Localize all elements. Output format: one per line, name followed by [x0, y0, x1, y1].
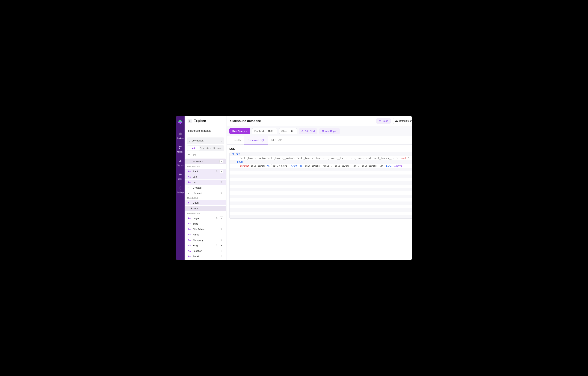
offset-label: Offset: [279, 130, 289, 133]
field-label: Updated: [193, 192, 218, 195]
team-selector[interactable]: 👥︎ Default team ⌄: [393, 118, 412, 124]
measures-label: MEASURES: [185, 196, 227, 200]
sort-icon[interactable]: ⇅: [220, 233, 223, 236]
svg-rect-7: [179, 174, 182, 176]
sidebar-title: Explore: [194, 119, 206, 123]
sort-icon[interactable]: ⇅: [220, 180, 223, 184]
add-button[interactable]: +: [220, 217, 223, 220]
field-tree: ⌃ CellTowers 3 DIMENSIONS Aa Radio ⇅ + A…: [185, 158, 227, 260]
offset-input[interactable]: [289, 130, 297, 133]
tab-generated-sql[interactable]: Generated SQL: [244, 136, 268, 144]
dimension-location[interactable]: Aa Location ⇅: [185, 248, 226, 254]
sort-icon[interactable]: ⇅: [220, 222, 223, 225]
add-button[interactable]: +: [220, 170, 223, 173]
field-label: Company: [193, 239, 218, 242]
sql-text: (*): [406, 157, 410, 159]
dimension-blog[interactable]: Aa Blog ⇅ +: [185, 243, 226, 248]
rail-item-explore[interactable]: Explore: [176, 129, 185, 142]
team-icon: 👥︎: [395, 120, 398, 122]
sql-keyword: GROUP BY: [291, 165, 302, 167]
tree-group-celltowers[interactable]: ⌃ CellTowers 3: [185, 159, 226, 164]
dimensions-label: DIMENSIONS: [185, 211, 227, 215]
dimension-email[interactable]: Aa Email ⇅: [185, 254, 226, 259]
warning-icon: [178, 159, 182, 163]
app-logo: [178, 120, 183, 125]
topbar: clickhouse database ▤ Docs 👥︎ Default te…: [227, 116, 412, 126]
sort-icon[interactable]: ⇅: [220, 238, 223, 242]
dimension-company[interactable]: Aa Company ⇅: [185, 237, 226, 243]
sort-icon[interactable]: ⇅: [220, 227, 223, 231]
dimension-lon[interactable]: Aa Lon ⇅: [185, 174, 226, 179]
field-label: Lat: [193, 181, 218, 184]
add-button[interactable]: +: [220, 244, 223, 247]
docs-label: Docs: [382, 120, 388, 122]
gear-icon: [178, 186, 182, 190]
field-label: Login: [193, 217, 213, 220]
search-row: 🔍︎: [187, 153, 224, 157]
search-input[interactable]: [192, 154, 223, 156]
add-report-button[interactable]: ▥ Add Report: [319, 128, 340, 134]
rail-item-settings[interactable]: Settings: [176, 183, 185, 196]
dimension-updated[interactable]: ▸ Updated ⇅: [185, 190, 226, 196]
sort-icon[interactable]: ⇅: [220, 249, 223, 253]
sidebar-header: ◉ Explore: [185, 116, 227, 126]
text-type-icon: Aa: [188, 222, 191, 225]
sidebar: ◉ Explore clickhouse database ⌄ ⑂ dev-de…: [185, 116, 227, 260]
caret-right-icon: ▸: [188, 192, 191, 194]
dimension-lat[interactable]: Aa Lat ⇅: [185, 179, 226, 185]
rail-item-models[interactable]: Models: [176, 143, 185, 155]
sql-heading: SQL: [229, 147, 412, 150]
sql-function: count: [400, 157, 406, 159]
field-label: Location: [193, 250, 218, 252]
models-icon: [178, 145, 182, 150]
sql-keyword: SELECT: [232, 153, 240, 155]
content-area: SQL SELECT `cell_towers`.radio `cell_tow…: [227, 145, 412, 260]
sort-icon[interactable]: ⇅: [220, 254, 223, 258]
alert-label: Add Alert: [305, 130, 315, 133]
branch-icon: ⑂: [189, 139, 190, 142]
filter-tab-measures[interactable]: Measures: [211, 146, 224, 151]
run-query-button[interactable]: Run Query ›: [229, 128, 250, 134]
sort-icon[interactable]: ⇅: [220, 175, 223, 178]
dimension-created[interactable]: ▸ Created ⇅: [185, 185, 226, 190]
docs-button[interactable]: ▤ Docs: [376, 118, 391, 124]
dimension-type[interactable]: Aa Type ⇅: [185, 221, 226, 226]
sql-code-box[interactable]: SELECT `cell_towers`.radio `cell_towers_…: [229, 152, 412, 219]
rail-label: Settings: [177, 191, 184, 193]
text-type-icon: Aa: [188, 170, 191, 172]
row-limit-input[interactable]: [266, 130, 277, 133]
sql-keyword: AS: [267, 165, 270, 167]
measure-count[interactable]: # Count ⇅: [185, 200, 226, 205]
copy-icon[interactable]: ⧉: [400, 165, 402, 167]
dimension-radio[interactable]: Aa Radio ⇅ +: [185, 169, 226, 174]
add-alert-button[interactable]: ⚠ Add Alert: [299, 128, 317, 134]
dimension-name[interactable]: Aa Name ⇅: [185, 232, 226, 237]
run-label: Run Query: [232, 130, 245, 133]
rail-item-signals[interactable]: Signals: [176, 156, 185, 169]
sort-icon[interactable]: ⇅: [220, 201, 223, 204]
dimension-login[interactable]: Aa Login ⇅ +: [185, 216, 226, 221]
sort-icon[interactable]: ⇅: [215, 244, 218, 247]
field-label: Site Admin: [193, 228, 218, 231]
sort-icon[interactable]: ⇅: [220, 191, 223, 195]
filter-tab-all[interactable]: All: [187, 146, 200, 151]
database-selector[interactable]: clickhouse database ⌄: [185, 126, 227, 135]
chevron-down-icon: ⌃: [188, 207, 189, 209]
chevron-down-icon: ⌃: [188, 160, 189, 163]
chevron-down-icon: ⌄: [220, 140, 222, 142]
field-label: Radio: [193, 170, 213, 173]
tab-results[interactable]: Results: [229, 136, 244, 144]
tree-group-actors[interactable]: ⌃ Actors: [185, 206, 226, 211]
report-label: Add Report: [325, 130, 337, 133]
sort-icon[interactable]: ⇅: [215, 170, 218, 173]
tab-rest-api[interactable]: REST API: [268, 136, 285, 144]
sort-icon[interactable]: ⇅: [215, 217, 218, 220]
sql-text: `cell_towers: [410, 157, 412, 159]
rail-item-logs[interactable]: Logs: [176, 170, 185, 183]
group-badge: 3: [220, 160, 223, 163]
filter-tab-dimensions[interactable]: Dimensions: [200, 146, 212, 151]
branch-selector[interactable]: ⑂ dev-default ⌄: [187, 138, 224, 144]
sort-icon[interactable]: ⇅: [220, 186, 223, 189]
dimension-site-admin[interactable]: Aa Site Admin ⇅: [185, 226, 226, 232]
sql-text: `cell_towers__radio`, `cell_towers__lon`…: [302, 165, 386, 167]
